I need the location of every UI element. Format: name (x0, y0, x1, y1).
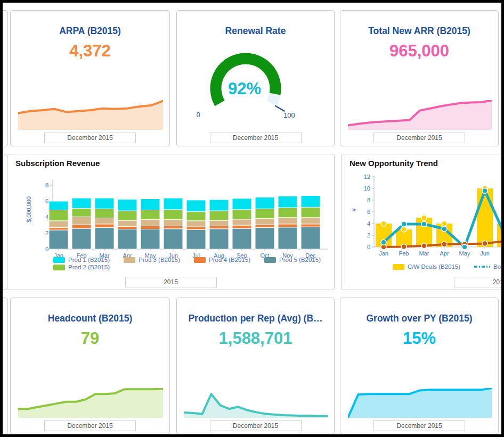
sparkline-area-chart (18, 388, 163, 418)
sparkline-area-chart (348, 388, 492, 418)
chart-card-new-opportunity-trend[interactable]: New Opportunity Trend # 024681012JanFebM… (341, 154, 504, 290)
kpi-title: Headcount (B2015) (11, 313, 169, 324)
period-label: December 2015 (67, 134, 112, 142)
legend-item[interactable]: Prod 4 (B2015) (194, 257, 250, 263)
sparkline-area-chart (348, 100, 492, 130)
legend-swatch (124, 257, 135, 263)
legend-item[interactable]: Bookings (474, 263, 504, 270)
clipped-card-edge (0, 10, 8, 146)
svg-text:10: 10 (364, 185, 370, 192)
period-selector[interactable]: 2015 (125, 277, 217, 287)
legend-label: Prod 4 (B2015) (209, 257, 250, 263)
svg-text:100: 100 (283, 111, 295, 119)
legend-label: Prod 5 (B2015) (279, 257, 321, 263)
period-label: December 2015 (396, 422, 442, 430)
legend-item[interactable]: Prod 1 (B2015) (53, 257, 110, 263)
legend-swatch (393, 264, 404, 270)
svg-text:2: 2 (45, 230, 48, 236)
svg-text:12: 12 (364, 174, 370, 180)
svg-text:Apr: Apr (440, 250, 449, 257)
svg-text:0: 0 (45, 246, 48, 252)
svg-text:8: 8 (45, 182, 48, 188)
sparkline-area-chart (184, 388, 328, 418)
clipped-card-edge (0, 298, 8, 434)
svg-text:6: 6 (45, 198, 48, 204)
legend-label: Prod 2 (B2015) (68, 264, 110, 270)
kpi-value: 4,372 (11, 42, 169, 61)
kpi-card-headcount[interactable]: Headcount (B2015) 79 December 2015 (10, 298, 170, 434)
kpi-title: Total New ARR (B2015) (340, 26, 498, 37)
svg-text:6: 6 (367, 209, 370, 215)
period-selector[interactable]: December 2015 (44, 133, 136, 143)
period-label: 2015 (164, 278, 178, 286)
period-label: December 2015 (396, 134, 442, 142)
kpi-card-production-per-rep[interactable]: Production per Rep (Avg) (B… 1,588,701 D… (176, 298, 335, 434)
sparkline-area-chart (18, 100, 163, 130)
period-selector[interactable]: December 2015 (44, 420, 136, 431)
period-label: 2015 (493, 278, 504, 286)
kpi-card-arpa[interactable]: ARPA (B2015) 4,372 December 2015 (10, 10, 170, 146)
kpi-title: ARPA (B2015) (11, 26, 169, 37)
legend-item[interactable]: Prod 2 (B2015) (53, 264, 110, 270)
svg-text:Jul: Jul (501, 250, 504, 257)
svg-text:Jun: Jun (480, 250, 490, 257)
chart-legend: Prod 1 (B2015)Prod 2 (B2015)Prod 3 (B201… (53, 257, 321, 270)
svg-text:0: 0 (196, 111, 200, 119)
y-axis-label: # (350, 199, 357, 220)
kpi-value: 965,000 (340, 42, 498, 61)
combo-bar-line-chart: 024681012JanFebMarAprMayJunJul (357, 174, 504, 263)
period-selector[interactable]: 2015 (454, 277, 504, 287)
legend-label: Bookings (493, 263, 504, 270)
svg-text:Jan: Jan (379, 250, 388, 257)
chart-legend: C/W Deals (B2015)Bookings (393, 263, 504, 270)
legend-item[interactable]: Prod 3 (B2015) (124, 257, 180, 263)
kpi-title: Production per Rep (Avg) (B… (177, 313, 334, 324)
period-selector[interactable]: December 2015 (210, 133, 302, 143)
gauge-card-renewal-rate[interactable]: Renewal Rate 010092% December 2015 (176, 10, 335, 146)
kpi-value: 1,588,701 (177, 329, 334, 348)
period-selector[interactable]: December 2015 (210, 420, 302, 431)
legend-swatch (194, 257, 206, 263)
svg-text:92%: 92% (228, 79, 261, 98)
kpi-title: Renewal Rate (177, 26, 334, 37)
svg-text:4: 4 (45, 214, 48, 220)
chart-card-subscription-revenue[interactable]: Subscription Revenue $,000,000 02468JanF… (7, 154, 335, 290)
svg-text:0: 0 (367, 244, 370, 250)
stacked-bar-chart: 02468JanFebMarAprMayJunJulAugSepOctNovDe… (13, 170, 332, 262)
svg-text:4: 4 (367, 220, 370, 227)
legend-line-glyph (474, 265, 490, 269)
svg-text:May: May (459, 250, 470, 257)
period-label: December 2015 (233, 422, 278, 430)
legend-item[interactable]: C/W Deals (B2015) (393, 263, 460, 270)
kpi-value: 79 (11, 329, 169, 348)
svg-text:Feb: Feb (399, 250, 409, 257)
legend-label: C/W Deals (B2015) (408, 263, 460, 270)
legend-label: Prod 3 (B2015) (139, 257, 180, 263)
legend-swatch (53, 257, 65, 263)
kpi-card-growth-over-py[interactable]: Growth over PY (B2015) 15% December 2015 (340, 298, 499, 434)
kpi-value: 15% (340, 329, 498, 348)
dashboard: ARPA (B2015) 4,372 December 2015 Renewal… (0, 0, 504, 437)
gauge-chart: 010092% (190, 43, 312, 127)
chart-title: New Opportunity Trend (349, 159, 438, 168)
svg-text:8: 8 (367, 197, 370, 203)
kpi-card-total-new-arr[interactable]: Total New ARR (B2015) 965,000 December 2… (340, 10, 499, 146)
chart-title: Subscription Revenue (15, 159, 100, 168)
legend-item[interactable]: Prod 5 (B2015) (264, 257, 321, 263)
period-selector[interactable]: December 2015 (373, 420, 465, 431)
legend-swatch (264, 257, 276, 263)
kpi-title: Growth over PY (B2015) (340, 313, 498, 324)
legend-label: Prod 1 (B2015) (68, 257, 110, 263)
period-label: December 2015 (233, 134, 278, 142)
legend-swatch (53, 265, 65, 270)
period-selector[interactable]: December 2015 (373, 133, 465, 143)
svg-text:Mar: Mar (419, 250, 429, 257)
period-label: December 2015 (67, 422, 112, 430)
svg-text:2: 2 (367, 232, 370, 238)
